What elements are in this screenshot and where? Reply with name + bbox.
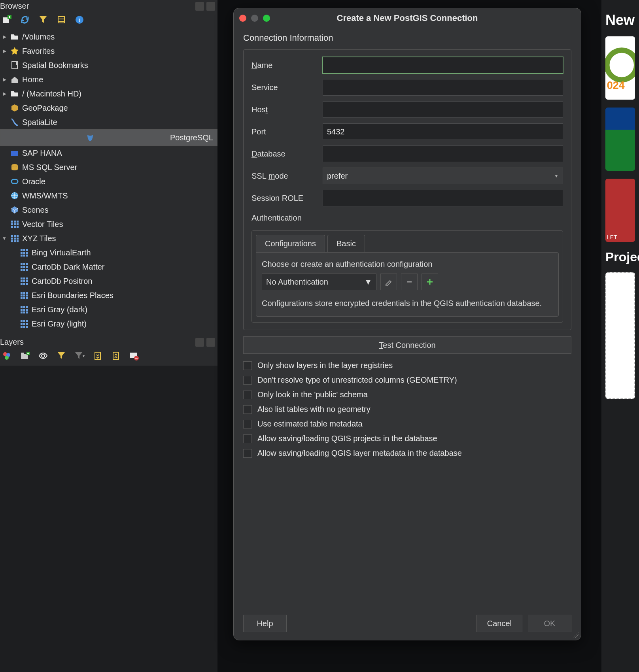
svg-rect-69	[26, 309, 28, 311]
saphana-icon	[10, 149, 19, 157]
option-checkbox[interactable]: Also list tables with no geometry	[243, 405, 571, 414]
resize-grip-icon[interactable]	[572, 631, 579, 638]
panel-close-icon[interactable]	[206, 2, 215, 11]
tree-item[interactable]: Esri Gray (dark)	[0, 302, 217, 317]
tree-item[interactable]: SAP HANA	[0, 146, 217, 160]
checkbox-box[interactable]	[243, 361, 252, 370]
tree-item[interactable]: ▶Home	[0, 72, 217, 87]
svg-text:024: 024	[607, 79, 625, 91]
tree-item[interactable]: CartoDb Positron	[0, 274, 217, 288]
tree-item[interactable]: Bing VirtualEarth	[0, 245, 217, 260]
dialog-titlebar[interactable]: Create a New PostGIS Connection	[234, 8, 581, 28]
add-layer-icon[interactable]	[2, 15, 12, 25]
checkbox-box[interactable]	[243, 420, 252, 428]
edit-auth-button[interactable]	[380, 274, 397, 290]
expand-all-icon[interactable]	[93, 351, 103, 361]
tree-item[interactable]: Esri Boundaries Places	[0, 288, 217, 302]
svg-rect-54	[26, 283, 28, 285]
remove-auth-button[interactable]	[401, 274, 418, 290]
tree-item[interactable]: Spatial Bookmarks	[0, 58, 217, 72]
host-input[interactable]	[323, 101, 563, 118]
window-minimize-icon[interactable]	[251, 15, 258, 22]
checkbox-label: Also list tables with no geometry	[257, 405, 371, 414]
window-zoom-icon[interactable]	[263, 15, 270, 22]
option-checkbox[interactable]: Don't resolve type of unrestricted colum…	[243, 376, 571, 385]
checkbox-box[interactable]	[243, 434, 252, 443]
spatialite-icon	[10, 118, 19, 126]
help-button[interactable]: Help	[243, 615, 287, 632]
option-checkbox[interactable]: Use estimated table metadata	[243, 419, 571, 428]
sessionrole-input[interactable]	[323, 190, 563, 206]
checkbox-box[interactable]	[243, 391, 252, 399]
expand-arrow-icon[interactable]: ▼	[2, 236, 7, 241]
tree-item[interactable]: GeoPackage	[0, 101, 217, 115]
panel-detach-icon[interactable]	[195, 2, 204, 11]
test-connection-button[interactable]: Test Connection	[243, 336, 571, 354]
add-group-icon[interactable]	[20, 351, 30, 361]
add-auth-button[interactable]	[422, 274, 438, 290]
template-thumb-let[interactable]: LET	[605, 179, 635, 242]
svg-rect-46	[21, 277, 23, 279]
tree-item[interactable]: MS SQL Server	[0, 160, 217, 174]
database-input[interactable]	[323, 145, 563, 162]
checkbox-label: Only look in the 'public' schema	[257, 390, 368, 399]
tree-item[interactable]: ▶/ (Macintosh HD)	[0, 87, 217, 101]
panel-detach-icon[interactable]	[195, 338, 204, 347]
tree-item[interactable]: SpatiaLite	[0, 115, 217, 129]
expand-arrow-icon[interactable]: ▶	[2, 91, 7, 96]
template-thumb-qgis[interactable]: 024	[605, 36, 635, 100]
tree-item[interactable]: Esri Gray (light)	[0, 317, 217, 331]
collapse-all-icon[interactable]	[111, 351, 121, 361]
tree-item[interactable]: Vector Tiles	[0, 217, 217, 231]
manage-map-themes-icon[interactable]	[38, 351, 48, 361]
tab-pane-configurations: Choose or create an authentication confi…	[256, 252, 559, 317]
tree-item[interactable]: Scenes	[0, 203, 217, 217]
svg-rect-34	[21, 255, 23, 257]
name-input[interactable]	[323, 57, 563, 74]
collapse-all-icon[interactable]	[56, 15, 66, 25]
tree-item[interactable]: ▶/Volumes	[0, 30, 217, 44]
layers-title-text: Layers	[0, 338, 24, 347]
port-input[interactable]	[323, 123, 563, 140]
filter-legend-icon[interactable]	[56, 351, 66, 361]
checkbox-box[interactable]	[243, 405, 252, 414]
expand-arrow-icon[interactable]: ▶	[2, 77, 7, 82]
tab-basic[interactable]: Basic	[327, 235, 365, 252]
window-close-icon[interactable]	[239, 15, 246, 22]
checkbox-box[interactable]	[243, 449, 252, 458]
layers-tree[interactable]	[0, 366, 217, 672]
svg-rect-47	[23, 277, 25, 279]
panel-close-icon[interactable]	[206, 338, 215, 347]
service-input[interactable]	[323, 79, 563, 96]
filter-legend-by-expression-icon[interactable]: ▾	[74, 351, 85, 361]
expand-arrow-icon[interactable]: ▶	[2, 34, 7, 40]
option-checkbox[interactable]: Allow saving/loading QGIS layer metadata…	[243, 449, 571, 458]
browser-tree[interactable]: ▶/Volumes▶FavoritesSpatial Bookmarks▶Hom…	[0, 30, 217, 336]
cancel-button[interactable]: Cancel	[476, 615, 522, 632]
expand-arrow-icon[interactable]: ▶	[2, 48, 7, 54]
refresh-icon[interactable]	[20, 15, 30, 25]
tree-item[interactable]: PostgreSQL	[0, 129, 217, 146]
option-checkbox[interactable]: Allow saving/loading QGIS projects in th…	[243, 434, 571, 443]
open-layer-styling-icon[interactable]	[2, 351, 12, 361]
ok-button[interactable]: OK	[528, 615, 571, 632]
remove-layer-icon[interactable]	[129, 351, 139, 361]
properties-icon[interactable]: i	[74, 15, 85, 25]
project-thumb-blank[interactable]	[605, 272, 635, 399]
tree-item[interactable]: WMS/WMTS	[0, 189, 217, 203]
tab-configurations[interactable]: Configurations	[256, 235, 325, 252]
projects-section-title: Projects	[601, 250, 639, 264]
template-thumb-globe[interactable]	[605, 108, 635, 171]
tree-item[interactable]: CartoDb Dark Matter	[0, 260, 217, 274]
filter-icon[interactable]	[38, 15, 48, 25]
auth-hint: Choose or create an authentication confi…	[262, 260, 553, 269]
tree-item[interactable]: ▼XYZ Tiles	[0, 231, 217, 245]
sslmode-select[interactable]: prefer ▼	[323, 168, 563, 184]
option-checkbox[interactable]: Only show layers in the layer registries	[243, 361, 571, 370]
checkbox-box[interactable]	[243, 376, 252, 385]
tree-item[interactable]: Oracle	[0, 174, 217, 189]
auth-config-select[interactable]: No Authentication ▼	[262, 274, 376, 290]
folder-icon	[10, 89, 19, 98]
tree-item[interactable]: ▶Favorites	[0, 44, 217, 58]
option-checkbox[interactable]: Only look in the 'public' schema	[243, 390, 571, 399]
